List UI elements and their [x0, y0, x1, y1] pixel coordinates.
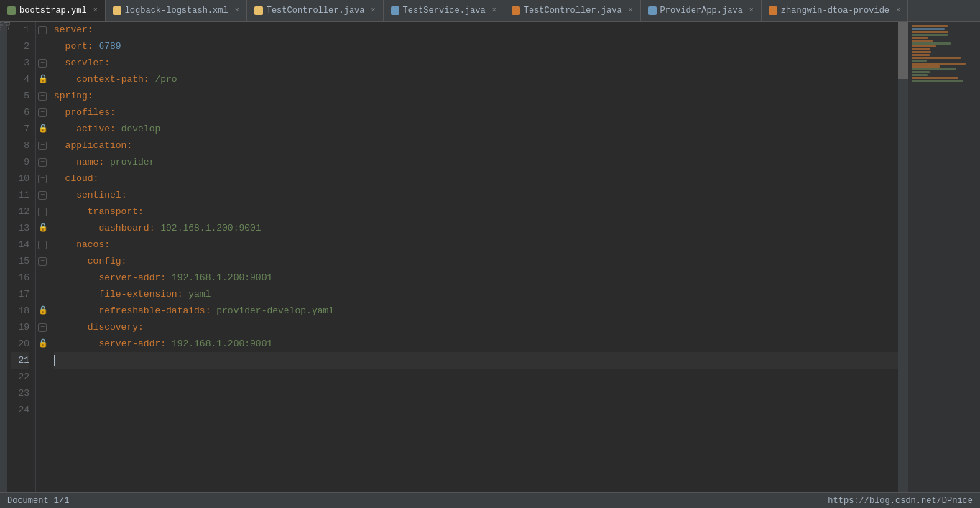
gutter-7[interactable]: 🔒: [36, 121, 50, 137]
tab-close-testcontroller2[interactable]: ×: [629, 6, 633, 14]
gutter-13[interactable]: 🔒: [36, 220, 50, 236]
minimap-line: [912, 42, 951, 45]
tab-icon-zhangwin: [769, 6, 777, 15]
fold-icon-5[interactable]: −: [38, 92, 47, 101]
code-line-15: config:: [54, 253, 898, 269]
code-seg: name:: [76, 154, 104, 170]
minimap-line: [912, 34, 948, 36]
status-right: https://blog.csdn.net/DPnice: [828, 496, 973, 506]
code-line-24: [54, 402, 898, 418]
tab-close-logback[interactable]: ×: [235, 6, 239, 14]
code-line-9: name: provider: [54, 154, 898, 170]
code-line-18: refreshable-dataids: provider-develop.ya…: [54, 303, 898, 319]
tab-testservice[interactable]: TestService.java×: [384, 0, 504, 22]
line-number-17: 17: [11, 286, 29, 303]
gutter-5[interactable]: −: [36, 88, 50, 104]
status-left: Document 1/1: [7, 496, 69, 506]
line-number-1: 1: [11, 22, 29, 38]
minimap-line: [912, 28, 945, 30]
gutter-12[interactable]: −: [36, 203, 50, 220]
gutter-6[interactable]: −: [36, 104, 50, 121]
tab-logback[interactable]: logback-logstash.xml×: [106, 0, 247, 22]
line-number-8: 8: [11, 137, 29, 154]
fold-icon-15[interactable]: −: [38, 257, 47, 266]
gutter-1[interactable]: −: [36, 22, 50, 38]
code-seg: profiles:: [65, 104, 116, 121]
line-number-13: 13: [11, 220, 29, 236]
code-seg: yaml: [182, 286, 211, 303]
code-content[interactable]: server: port: 6789 servlet: context-path…: [50, 22, 898, 492]
tab-close-testservice[interactable]: ×: [492, 6, 496, 14]
minimap-line: [912, 45, 936, 47]
tab-icon-logback: [113, 6, 121, 15]
fold-icon-9[interactable]: −: [38, 158, 47, 167]
gutter-18[interactable]: 🔒: [36, 303, 50, 319]
gutter-4[interactable]: 🔒: [36, 71, 50, 88]
code-seg: /pro: [149, 71, 177, 88]
lock-icon-18: 🔒: [38, 303, 48, 319]
code-line-23: [54, 385, 898, 402]
status-bar: Document 1/1 https://blog.csdn.net/DPnic…: [0, 492, 980, 508]
line-number-16: 16: [11, 269, 29, 286]
line-number-21: 21: [11, 352, 29, 369]
lock-icon-13: 🔒: [38, 220, 48, 236]
fold-icon-1[interactable]: −: [38, 26, 47, 34]
line-number-3: 3: [11, 55, 29, 71]
line-number-15: 15: [11, 253, 29, 269]
tab-testcontroller[interactable]: TestController.java×: [247, 0, 384, 22]
code-line-5: spring:: [54, 88, 898, 104]
minimap-line: [912, 80, 963, 82]
tab-close-providerapp[interactable]: ×: [749, 6, 754, 14]
gutter-14[interactable]: −: [36, 236, 50, 253]
fold-icon-11[interactable]: −: [38, 191, 47, 200]
fold-icon-8[interactable]: −: [38, 142, 47, 150]
gutter-10[interactable]: −: [36, 170, 50, 187]
gutter-3[interactable]: −: [36, 55, 50, 71]
fold-icon-3[interactable]: −: [38, 59, 47, 68]
gutter-20[interactable]: 🔒: [36, 336, 50, 352]
tab-zhangwin[interactable]: zhangwin-dtoa-provide×: [762, 0, 908, 22]
tab-close-testcontroller[interactable]: ×: [371, 6, 376, 14]
code-seg: spring:: [54, 88, 93, 104]
lock-icon-7: 🔒: [38, 121, 48, 137]
code-seg: context-path:: [76, 71, 149, 88]
minimap-line: [912, 68, 956, 70]
gutter-9[interactable]: −: [36, 154, 50, 170]
scrollbar-track[interactable]: ✓: [898, 22, 908, 492]
editor: 123456789101112131415161718192021222324 …: [7, 22, 980, 492]
tab-providerapp[interactable]: ProviderApp.java×: [641, 0, 762, 22]
tab-testcontroller2[interactable]: TestController.java×: [504, 0, 641, 22]
gutter-8[interactable]: −: [36, 137, 50, 154]
fold-icon-12[interactable]: −: [38, 208, 47, 216]
code-seg: provider: [104, 154, 154, 170]
scrollbar-thumb[interactable]: [898, 22, 908, 79]
gutter-15[interactable]: −: [36, 253, 50, 269]
gutter-11[interactable]: −: [36, 187, 50, 203]
minimap-line: [912, 60, 927, 62]
code-line-19: discovery:: [54, 319, 898, 336]
code-line-16: server-addr: 192.168.1.200:9001: [54, 269, 898, 286]
tab-bar: bootstrap.yml×logback-logstash.xml×TestC…: [0, 0, 980, 22]
code-line-22: [54, 369, 898, 385]
tab-close-bootstrap[interactable]: ×: [93, 6, 98, 14]
minimap-line: [912, 54, 930, 56]
gutter-19[interactable]: −: [36, 319, 50, 336]
doc-info: Document 1/1: [7, 496, 69, 506]
code-seg: nacos:: [76, 236, 110, 253]
code-line-13: dashboard: 192.168.1.200:9001: [54, 220, 898, 236]
line-number-22: 22: [11, 369, 29, 385]
lock-icon-20: 🔒: [38, 336, 48, 352]
code-line-1: server:: [54, 22, 898, 38]
fold-icon-19[interactable]: −: [38, 323, 47, 332]
code-area: 123456789101112131415161718192021222324 …: [7, 22, 980, 492]
tab-close-zhangwin[interactable]: ×: [896, 6, 900, 14]
minimap-line: [912, 71, 930, 73]
code-seg: sentinel:: [76, 187, 126, 203]
tab-label-testcontroller: TestController.java: [267, 6, 365, 16]
line-number-9: 9: [11, 154, 29, 170]
fold-icon-10[interactable]: −: [38, 175, 47, 183]
fold-icon-6[interactable]: −: [38, 108, 47, 117]
tab-bootstrap[interactable]: bootstrap.yml×: [0, 0, 106, 22]
code-line-7: active: develop: [54, 121, 898, 137]
fold-icon-14[interactable]: −: [38, 241, 47, 249]
